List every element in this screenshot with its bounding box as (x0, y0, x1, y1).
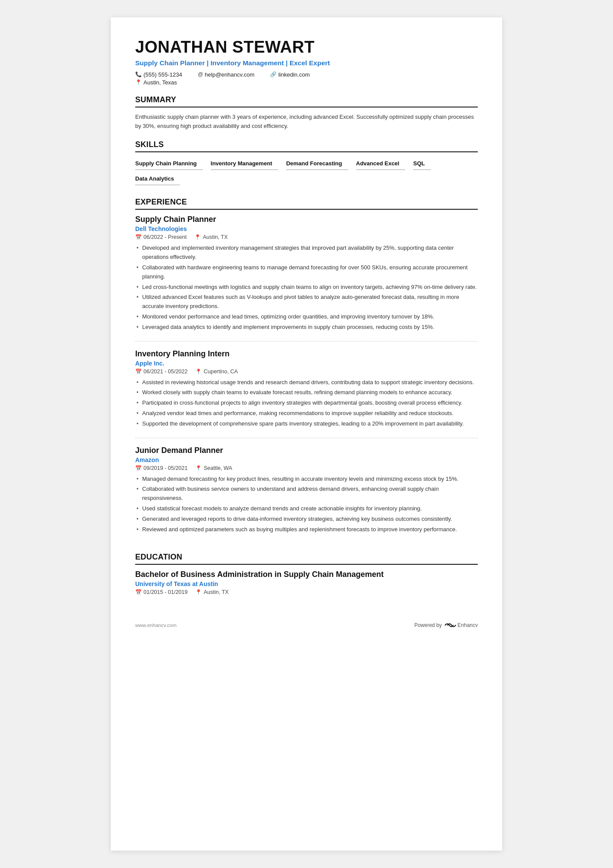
skill-badge: Data Analytics (135, 173, 180, 185)
list-item: Supported the development of comprehensi… (135, 419, 478, 429)
list-item: Used statistical forecast models to anal… (135, 504, 478, 513)
summary-section: SUMMARY Enthusiastic supply chain planne… (135, 95, 478, 131)
job-date: 📅 06/2022 - Present (135, 234, 187, 240)
contact-row: 📞 (555) 555-1234 @ help@enhancv.com 🔗 li… (135, 71, 478, 78)
location-text: Seattle, WA (203, 465, 232, 471)
edu-location: 📍 Austin, TX (195, 589, 228, 595)
list-item: Reviewed and optimized parameters such a… (135, 525, 478, 534)
skill-badge: Advanced Excel (356, 158, 406, 170)
list-item: Developed and implemented inventory mana… (135, 244, 478, 262)
skill-badge: Demand Forecasting (286, 158, 348, 170)
skills-section: SKILLS Supply Chain PlanningInventory Ma… (135, 140, 478, 188)
location-text: Austin, Texas (143, 79, 177, 86)
list-item: Participated in cross-functional project… (135, 399, 478, 408)
date-text: 09/2019 - 05/2021 (143, 465, 187, 471)
skill-badge: SQL (413, 158, 431, 170)
bullet-list: Managed demand forecasting for key produ… (135, 475, 478, 534)
job-date: 📅 06/2021 - 05/2022 (135, 369, 187, 375)
footer: www.enhancv.com Powered by Enhancv (135, 621, 478, 629)
list-item: Worked closely with supply chain teams t… (135, 388, 478, 397)
date-text: 06/2021 - 05/2022 (143, 369, 187, 375)
location-row: 📍 Austin, Texas (135, 79, 478, 86)
experience-item: Supply Chain PlannerDell Technologies 📅 … (135, 215, 478, 341)
job-title-text: Inventory Planning Intern (135, 349, 478, 359)
experience-item: Inventory Planning InternApple Inc. 📅 06… (135, 349, 478, 438)
email-address: help@enhancv.com (205, 71, 254, 78)
list-item: Monitored vendor performance and lead ti… (135, 312, 478, 322)
education-section: EDUCATION Bachelor of Business Administr… (135, 553, 478, 595)
date-text: 01/2015 - 01/2019 (143, 589, 187, 595)
full-name: JONATHAN STEWART (135, 38, 478, 57)
job-meta: 📅 06/2022 - Present 📍 Austin, TX (135, 234, 478, 240)
pin-icon: 📍 (195, 589, 202, 595)
education-title: EDUCATION (135, 553, 478, 565)
footer-brand: Powered by Enhancv (414, 621, 478, 629)
experience-section: EXPERIENCE Supply Chain PlannerDell Tech… (135, 198, 478, 543)
job-location: 📍 Austin, TX (194, 234, 227, 240)
calendar-icon: 📅 (135, 589, 142, 595)
calendar-icon: 📅 (135, 234, 142, 240)
footer-website: www.enhancv.com (135, 623, 177, 628)
location-text: Austin, TX (203, 589, 228, 595)
resume-container: JONATHAN STEWART Supply Chain Planner | … (111, 17, 502, 851)
calendar-icon: 📅 (135, 369, 142, 375)
experience-list: Supply Chain PlannerDell Technologies 📅 … (135, 215, 478, 543)
experience-title: EXPERIENCE (135, 198, 478, 210)
education-list: Bachelor of Business Administration in S… (135, 570, 478, 595)
job-location: 📍 Cupertino, CA (195, 369, 238, 375)
bullet-list: Assisted in reviewing historical usage t… (135, 378, 478, 429)
edu-degree: Bachelor of Business Administration in S… (135, 570, 478, 579)
company-name: Dell Technologies (135, 225, 478, 232)
company-name: Apple Inc. (135, 360, 478, 367)
job-meta: 📅 09/2019 - 05/2021 📍 Seattle, WA (135, 465, 478, 471)
bullet-list: Developed and implemented inventory mana… (135, 244, 478, 332)
date-text: 06/2022 - Present (143, 234, 187, 240)
skill-badge: Supply Chain Planning (135, 158, 203, 170)
summary-title: SUMMARY (135, 95, 478, 107)
skills-title: SKILLS (135, 140, 478, 152)
pin-icon: 📍 (195, 369, 202, 375)
brand-name: Enhancv (457, 622, 478, 628)
phone-contact: 📞 (555) 555-1234 (135, 71, 182, 78)
list-item: Collaborated with business service owner… (135, 485, 478, 503)
job-meta: 📅 06/2021 - 05/2022 📍 Cupertino, CA (135, 369, 478, 375)
job-location: 📍 Seattle, WA (195, 465, 232, 471)
list-item: Leveraged data analytics to identify and… (135, 323, 478, 332)
enhancv-logo: Enhancv (444, 621, 478, 629)
location-text: Austin, TX (203, 234, 227, 240)
list-item: Utilized advanced Excel features such as… (135, 293, 478, 311)
experience-item: Junior Demand PlannerAmazon 📅 09/2019 - … (135, 446, 478, 543)
linkedin-url: linkedin.com (278, 71, 310, 78)
job-date: 📅 09/2019 - 05/2021 (135, 465, 187, 471)
enhancv-logo-mark (444, 621, 456, 629)
list-item: Generated and leveraged reports to drive… (135, 515, 478, 524)
skills-container: Supply Chain PlanningInventory Managemen… (135, 158, 478, 188)
pin-icon: 📍 (195, 465, 202, 471)
powered-by-text: Powered by (414, 622, 442, 628)
phone-icon: 📞 (135, 71, 142, 77)
location-icon: 📍 (135, 79, 142, 85)
edu-date: 📅 01/2015 - 01/2019 (135, 589, 187, 595)
email-contact: @ help@enhancv.com (198, 71, 254, 78)
phone-number: (555) 555-1234 (143, 71, 182, 78)
email-icon: @ (198, 71, 203, 77)
company-name: Amazon (135, 456, 478, 463)
list-item: Managed demand forecasting for key produ… (135, 475, 478, 484)
list-item: Analyzed vendor lead times and performan… (135, 409, 478, 418)
header-section: JONATHAN STEWART Supply Chain Planner | … (135, 38, 478, 86)
job-title: Supply Chain Planner | Inventory Managem… (135, 59, 478, 67)
skill-badge: Inventory Management (211, 158, 279, 170)
list-item: Assisted in reviewing historical usage t… (135, 378, 478, 387)
calendar-icon: 📅 (135, 465, 142, 471)
education-item: Bachelor of Business Administration in S… (135, 570, 478, 595)
pin-icon: 📍 (194, 234, 201, 240)
summary-text: Enthusiastic supply chain planner with 3… (135, 113, 478, 131)
job-title-text: Supply Chain Planner (135, 215, 478, 224)
link-icon: 🔗 (270, 71, 277, 77)
list-item: Collaborated with hardware engineering t… (135, 263, 478, 282)
list-item: Led cross-functional meetings with logis… (135, 283, 478, 292)
job-title-text: Junior Demand Planner (135, 446, 478, 455)
edu-meta: 📅 01/2015 - 01/2019 📍 Austin, TX (135, 589, 478, 595)
edu-institution: University of Texas at Austin (135, 580, 478, 587)
linkedin-contact: 🔗 linkedin.com (270, 71, 310, 78)
